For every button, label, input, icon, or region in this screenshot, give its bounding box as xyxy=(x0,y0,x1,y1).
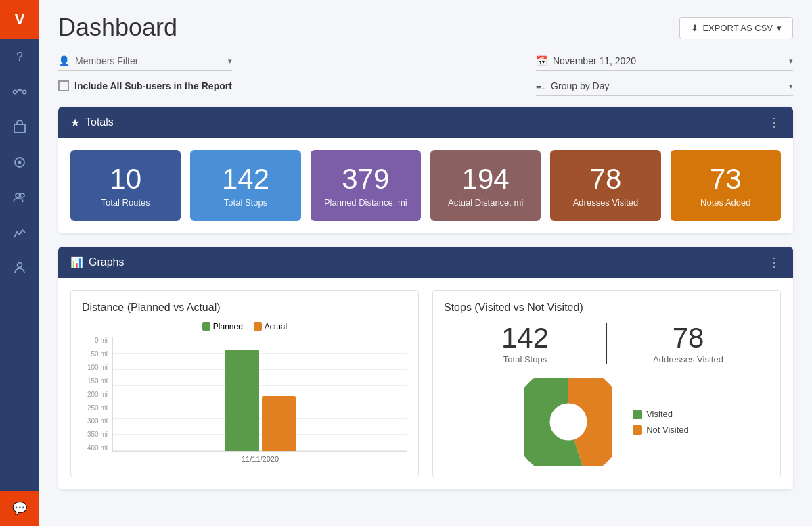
page-header: Dashboard ⬇ EXPORT AS CSV ▾ xyxy=(58,14,793,42)
svg-point-5 xyxy=(16,193,20,197)
stops-stats: 142 Total Stops 78 Addresses Visited xyxy=(444,322,769,364)
filter-left: 👤 Members Filter ▾ Include All Sub-users… xyxy=(58,55,232,91)
total-stops-label: Total Stops xyxy=(444,354,606,364)
planned-color-dot xyxy=(202,322,210,331)
stat-label: Planned Distance, mi xyxy=(317,197,414,208)
addresses-visited-label: Addresses Visited xyxy=(607,354,769,364)
stat-label: Notes Added xyxy=(677,197,774,208)
page-title: Dashboard xyxy=(58,14,177,42)
distance-chart-title: Distance (Planned vs Actual) xyxy=(82,302,407,314)
stops-chart-panel: Stops (Visited vs Not Visited) 142 Total… xyxy=(432,290,781,477)
svg-point-7 xyxy=(18,263,22,268)
totals-title: ★ Totals xyxy=(70,116,114,129)
bar-chart-container: 400 mi 350 mi 300 mi 250 mi 200 mi 150 m… xyxy=(82,337,407,465)
download-icon: ⬇ xyxy=(691,23,698,33)
pie-legend: Visited Not Visited xyxy=(633,409,689,435)
actual-bar xyxy=(262,396,296,451)
chart-icon: 📊 xyxy=(70,256,83,268)
main-content: Dashboard ⬇ EXPORT AS CSV ▾ 👤 Members Fi… xyxy=(39,0,812,526)
star-icon: ★ xyxy=(70,116,80,129)
stat-label: Adresses Visited xyxy=(557,197,654,208)
members-filter-dropdown[interactable]: 👤 Members Filter ▾ xyxy=(58,55,232,71)
total-stops-stat: 142 Total Stops xyxy=(444,322,606,364)
chevron-down-icon: ▾ xyxy=(789,82,793,91)
chat-icon: 💬 xyxy=(12,501,27,516)
graphs-title: 📊 Graphs xyxy=(70,256,124,268)
x-axis-label: 11/11/2020 xyxy=(242,455,279,463)
bars-wrapper: 11/11/2020 xyxy=(113,337,407,451)
chevron-down-icon: ▾ xyxy=(228,57,232,66)
svg-rect-2 xyxy=(14,124,25,133)
stat-number: 78 xyxy=(557,164,654,195)
y-axis: 400 mi 350 mi 300 mi 250 mi 200 mi 150 m… xyxy=(82,337,110,452)
sidebar-item-users[interactable] xyxy=(0,250,39,285)
sidebar: V ? 💬 xyxy=(0,0,39,526)
graphs-body: Distance (Planned vs Actual) Planned Act… xyxy=(58,278,793,489)
sidebar-item-analytics[interactable] xyxy=(0,215,39,250)
actual-color-dot xyxy=(254,322,262,331)
chart-area: 11/11/2020 xyxy=(112,337,407,452)
totals-body: 10 Total Routes 142 Total Stops 379 Plan… xyxy=(58,138,793,233)
graphs-header: 📊 Graphs ⋮ xyxy=(58,247,793,278)
legend-planned: Planned xyxy=(202,322,243,331)
svg-point-6 xyxy=(20,193,24,197)
pie-area: Visited Not Visited xyxy=(444,378,769,466)
stat-number: 142 xyxy=(197,164,294,195)
stops-chart-title: Stops (Visited vs Not Visited) xyxy=(444,302,769,314)
totals-section: ★ Totals ⋮ 10 Total Routes 142 Total Sto… xyxy=(58,107,793,233)
stat-number: 194 xyxy=(437,164,534,195)
sidebar-item-help[interactable]: ? xyxy=(0,39,39,74)
svg-point-4 xyxy=(18,161,22,164)
sidebar-item-orders[interactable] xyxy=(0,110,39,145)
legend-actual: Actual xyxy=(254,322,287,331)
app-logo[interactable]: V xyxy=(0,0,39,39)
export-csv-button[interactable]: ⬇ EXPORT AS CSV ▾ xyxy=(679,17,793,39)
stat-card: 73 Notes Added xyxy=(671,150,781,221)
stat-card: 78 Adresses Visited xyxy=(550,150,660,221)
addresses-visited-number: 78 xyxy=(607,322,769,354)
stat-label: Total Routes xyxy=(77,197,174,208)
stat-card: 142 Total Stops xyxy=(190,150,300,221)
filters-row: 👤 Members Filter ▾ Include All Sub-users… xyxy=(58,55,793,96)
stat-number: 10 xyxy=(77,164,174,195)
svg-point-0 xyxy=(14,91,17,94)
group-by-dropdown[interactable]: ≡↓ Group by Day ▾ xyxy=(536,80,793,96)
stat-card: 379 Planned Distance, mi xyxy=(311,150,421,221)
sidebar-item-dispatch[interactable] xyxy=(0,145,39,180)
stat-label: Total Stops xyxy=(197,197,294,208)
stat-card: 10 Total Routes xyxy=(70,150,181,221)
chat-button[interactable]: 💬 xyxy=(0,491,39,526)
svg-point-1 xyxy=(23,91,26,94)
graphs-section: 📊 Graphs ⋮ Distance (Planned vs Actual) … xyxy=(58,247,793,489)
stat-number: 379 xyxy=(317,164,414,195)
include-subusers-checkbox[interactable] xyxy=(58,80,69,91)
legend-not-visited: Not Visited xyxy=(633,425,689,435)
pie-chart xyxy=(524,378,612,466)
planned-bar xyxy=(225,350,259,451)
stat-number: 73 xyxy=(677,164,774,195)
addresses-visited-stat: 78 Addresses Visited xyxy=(607,322,769,364)
date-filter-dropdown[interactable]: 📅 November 11, 2020 ▾ xyxy=(536,55,793,71)
calendar-icon: 📅 xyxy=(536,55,547,66)
graphs-menu-button[interactable]: ⋮ xyxy=(768,255,781,270)
stat-card: 194 Actual Distance, mi xyxy=(430,150,541,221)
include-subusers-row: Include All Sub-users in the Report xyxy=(58,80,232,91)
totals-header: ★ Totals ⋮ xyxy=(58,107,793,138)
chevron-down-icon: ▾ xyxy=(777,23,782,33)
distance-chart-panel: Distance (Planned vs Actual) Planned Act… xyxy=(70,290,419,477)
filter-right: 📅 November 11, 2020 ▾ ≡↓ Group by Day ▾ xyxy=(536,55,793,96)
not-visited-color-dot xyxy=(633,425,642,435)
bar-group-date: 11/11/2020 xyxy=(225,350,296,451)
group-icon: ≡↓ xyxy=(536,81,545,91)
sidebar-item-team[interactable] xyxy=(0,180,39,215)
legend-visited: Visited xyxy=(633,409,689,419)
total-stops-number: 142 xyxy=(444,322,606,354)
bar-chart-legend: Planned Actual xyxy=(82,322,407,331)
sidebar-item-routes[interactable] xyxy=(0,74,39,110)
stat-label: Actual Distance, mi xyxy=(437,197,534,208)
person-icon: 👤 xyxy=(58,55,70,66)
visited-color-dot xyxy=(633,410,642,419)
totals-menu-button[interactable]: ⋮ xyxy=(768,115,781,130)
chevron-down-icon: ▾ xyxy=(789,57,793,66)
